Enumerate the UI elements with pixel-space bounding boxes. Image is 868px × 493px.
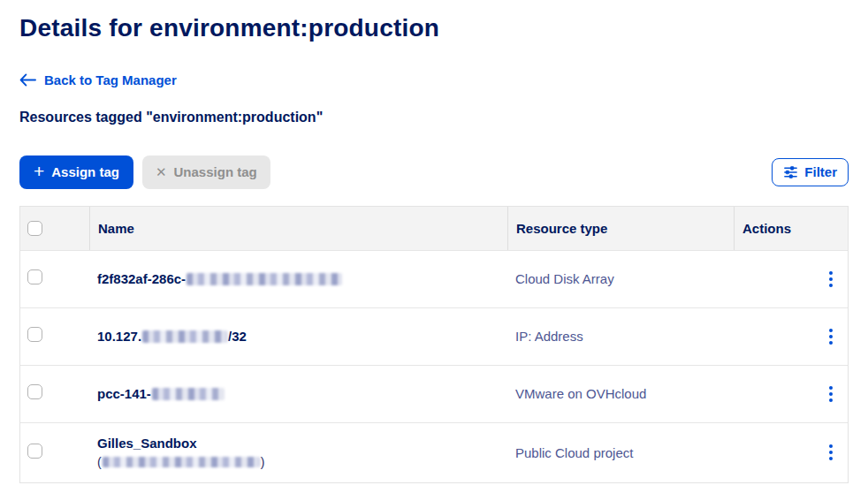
unassign-tag-button[interactable]: ✕ Unassign tag [142, 155, 270, 189]
resource-name-cell: Gilles_Sandbox () [89, 435, 507, 471]
unassign-tag-label: Unassign tag [174, 164, 257, 179]
row-checkbox-cell [20, 444, 89, 462]
redacted-text [103, 457, 260, 467]
toolbar: + Assign tag ✕ Unassign tag [19, 155, 849, 189]
row-checkbox[interactable] [27, 444, 42, 459]
kebab-menu-icon[interactable] [824, 268, 838, 291]
filter-label: Filter [804, 164, 837, 179]
table-row: Gilles_Sandbox () Public Cloud project [20, 422, 848, 482]
row-checkbox[interactable] [27, 384, 42, 399]
column-header-resource-type: Resource type [507, 207, 734, 250]
row-checkbox[interactable] [27, 327, 42, 342]
row-checkbox-cell [20, 384, 89, 403]
table-header-row: Name Resource type Actions [20, 207, 848, 250]
plus-icon: + [34, 163, 44, 179]
redacted-text [187, 273, 342, 285]
subtitle: Resources tagged "environment:production… [19, 110, 849, 125]
resource-type-cell: VMware on OVHcloud [507, 386, 734, 401]
resource-name: f2f832af-286c- [97, 270, 186, 287]
table-row: pcc-141- VMware on OVHcloud [20, 365, 848, 422]
header-checkbox-cell [20, 207, 89, 250]
resource-name-cell: 10.127./32 [89, 328, 507, 345]
resource-type-cell: Public Cloud project [507, 445, 734, 460]
sliders-icon [783, 165, 798, 179]
assign-tag-label: Assign tag [51, 164, 119, 179]
redacted-text [152, 388, 225, 400]
close-icon: ✕ [156, 164, 167, 180]
row-actions-cell [734, 441, 848, 464]
row-actions-cell [734, 383, 848, 406]
back-link[interactable]: Back to Tag Manager [19, 72, 177, 87]
page-title: Details for environment:production [19, 14, 849, 42]
table-row: 10.127./32 IP: Address [20, 307, 848, 365]
column-header-name: Name [89, 207, 507, 250]
resource-name: Gilles_Sandbox [97, 435, 197, 451]
column-header-actions: Actions [734, 207, 848, 250]
kebab-menu-icon[interactable] [824, 383, 838, 406]
back-link-label: Back to Tag Manager [44, 72, 177, 87]
arrow-left-icon [19, 73, 36, 87]
select-all-checkbox[interactable] [27, 221, 42, 236]
resource-name: 10.127. [97, 328, 141, 345]
kebab-menu-icon[interactable] [824, 325, 838, 348]
resource-name-cell: pcc-141- [89, 385, 507, 402]
resources-table: Name Resource type Actions f2f832af-286c… [19, 206, 849, 483]
row-checkbox-cell [20, 327, 89, 345]
redacted-text [142, 330, 227, 343]
resource-type-cell: IP: Address [507, 329, 734, 344]
table-row: f2f832af-286c- Cloud Disk Array [20, 250, 848, 307]
kebab-menu-icon[interactable] [824, 441, 838, 464]
row-actions-cell [734, 325, 848, 348]
row-checkbox[interactable] [27, 269, 42, 284]
assign-tag-button[interactable]: + Assign tag [19, 155, 133, 189]
row-checkbox-cell [20, 269, 89, 288]
resource-name: pcc-141- [97, 385, 151, 402]
resource-name-cell: f2f832af-286c- [89, 270, 507, 287]
row-actions-cell [734, 268, 848, 291]
page: Details for environment:production Back … [0, 14, 868, 483]
filter-button[interactable]: Filter [772, 158, 849, 186]
resource-type-cell: Cloud Disk Array [507, 271, 734, 286]
